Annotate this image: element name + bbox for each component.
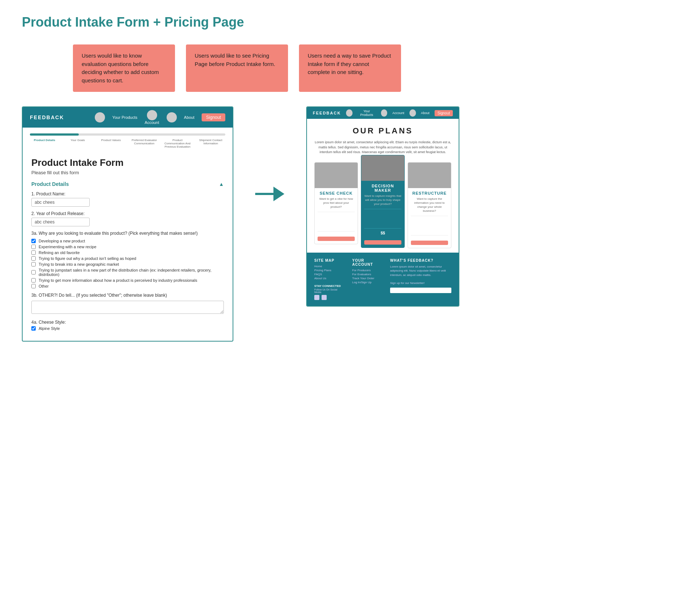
checkbox-other[interactable]: Other: [31, 284, 224, 288]
instagram-icon[interactable]: [314, 295, 319, 300]
checkbox-experimenting[interactable]: Experimenting with a new recipe: [31, 245, 224, 249]
checkbox-industry-input[interactable]: [31, 278, 36, 283]
pricing-card-sense-check: SENSE CHECK Want to get a vibe for how p…: [314, 162, 358, 245]
sense-check-divider2: [318, 231, 355, 231]
sense-check-body: SENSE CHECK Want to get a vibe for how p…: [315, 188, 358, 244]
section-collapse-icon[interactable]: ▲: [219, 181, 224, 187]
checkbox-alpine-input[interactable]: [31, 326, 36, 331]
progress-steps: Product Details Your Goals Product Value…: [30, 139, 225, 148]
checkbox-refining[interactable]: Refining an old favorite: [31, 250, 224, 255]
progress-step-5[interactable]: Product Communication And Previous Evalu…: [163, 139, 192, 148]
restructure-divider: [411, 216, 448, 216]
progress-step-1[interactable]: Product Details: [30, 139, 59, 148]
form-label-product-name: 1. Product Name:: [31, 191, 224, 196]
info-box-3: Users need a way to save Product Intake …: [299, 44, 401, 92]
footer-site-map-about[interactable]: About Us: [314, 277, 345, 280]
form-progress-area: Product Details Your Goals Product Value…: [23, 128, 233, 151]
pricing-navbar: FEEDBACK Your Products Account About Sig…: [307, 107, 459, 119]
form-nav-your-products[interactable]: Your Products: [112, 115, 137, 120]
form-signup-button[interactable]: Signout: [202, 113, 225, 121]
form-navbar: FEEDBACK Your Products Account About Sig…: [23, 107, 233, 128]
pricing-nav-your-products[interactable]: Your Products: [358, 109, 376, 117]
footer-track-order[interactable]: Track Your Order: [352, 277, 383, 280]
form-question-4a-label: 4a. Cheese Style:: [31, 320, 224, 325]
checkbox-other-input[interactable]: [31, 284, 36, 288]
direction-arrow: [255, 187, 284, 201]
checkbox-alpine-label: Alpine Style: [39, 326, 60, 331]
sense-check-cta-button[interactable]: [318, 237, 355, 241]
checkbox-jumpstart[interactable]: Trying to jumpstart sales in a new part …: [31, 268, 224, 277]
checkbox-alpine[interactable]: Alpine Style: [31, 326, 224, 331]
checkbox-industry-label: Trying to get more information about how…: [39, 278, 197, 283]
restructure-cta-button[interactable]: [411, 241, 448, 245]
footer-for-producers[interactable]: For Producers: [352, 269, 383, 272]
decision-maker-features: [364, 211, 401, 226]
form-input-product-name[interactable]: [31, 198, 90, 207]
checkbox-refining-label: Refining an old favorite: [39, 250, 80, 255]
checkbox-experimenting-input[interactable]: [31, 245, 36, 249]
checkbox-figure-out[interactable]: Trying to figure out why a product isn't…: [31, 256, 224, 261]
footer-site-map-home[interactable]: Home: [314, 265, 345, 268]
form-nav-about[interactable]: About: [184, 115, 195, 120]
form-navbar-avatar-your-products: [95, 112, 105, 122]
checkbox-figure-out-input[interactable]: [31, 256, 36, 261]
checkbox-geographic-input[interactable]: [31, 262, 36, 266]
checkbox-jumpstart-input[interactable]: [31, 270, 36, 274]
footer-site-map: SITE MAP Home Pricing Plans FAQS About U…: [314, 258, 345, 300]
pricing-mockup: FEEDBACK Your Products Account About Sig…: [306, 106, 459, 307]
decision-maker-body: DECISION MAKER Want to capture insights …: [361, 181, 404, 248]
pricing-signup-button[interactable]: Signout: [435, 110, 453, 116]
pricing-navbar-avatar-account: [381, 109, 388, 117]
form-textarea-3b[interactable]: [31, 301, 224, 314]
decision-maker-tagline: Want to capture insights that will allow…: [364, 194, 401, 206]
checkbox-figure-out-label: Trying to figure out why a product isn't…: [39, 256, 136, 261]
footer-your-account-title: YOUR ACCOUNT: [352, 258, 383, 266]
sense-check-features: [318, 214, 355, 229]
pricing-nav-account[interactable]: Account: [392, 111, 404, 115]
decision-maker-cta-button[interactable]: [364, 240, 401, 245]
sense-check-name: SENSE CHECK: [318, 191, 355, 195]
form-field-year: 2. Year of Product Release:: [31, 211, 224, 226]
checkbox-developing[interactable]: Developing a new product: [31, 239, 224, 243]
pricing-navbar-avatar-about: [409, 109, 416, 117]
footer-for-evaluators[interactable]: For Evaluators: [352, 273, 383, 276]
progress-step-6[interactable]: Shipment Contact Information: [196, 139, 225, 148]
restructure-tagline: Want to capture the information you need…: [411, 197, 448, 213]
decision-maker-divider: [364, 209, 401, 209]
form-input-year[interactable]: [31, 218, 90, 226]
pricing-navbar-avatar-your-products: [346, 109, 353, 117]
pricing-description: Lorem ipsum dolor sit amet, consectetur …: [314, 140, 451, 155]
page-title: Product Intake Form + Pricing Page: [0, 0, 700, 37]
form-nav-account[interactable]: Account: [145, 120, 159, 125]
form-section-title[interactable]: Product Details ▲: [31, 181, 224, 187]
form-question-3b: 3b. OTHER?! Do tell... (If you selected …: [31, 293, 224, 315]
footer-about-text: Lorem ipsum dolor sit amet, consectetur …: [390, 265, 451, 277]
checkbox-jumpstart-label: Trying to jumpstart sales in a new part …: [39, 268, 224, 277]
footer-your-account: YOUR ACCOUNT For Producers For Evaluator…: [352, 258, 383, 300]
footer-site-map-title: SITE MAP: [314, 258, 345, 262]
progress-step-3[interactable]: Product Values: [96, 139, 125, 148]
footer-newsletter-input[interactable]: [390, 288, 451, 293]
restructure-features: [411, 218, 448, 233]
footer-site-map-pricing[interactable]: Pricing Plans: [314, 269, 345, 272]
form-mockup: FEEDBACK Your Products Account About Sig…: [22, 106, 233, 342]
progress-step-2[interactable]: Your Goals: [63, 139, 92, 148]
checkbox-refining-input[interactable]: [31, 250, 36, 255]
pricing-nav-about[interactable]: About: [421, 111, 430, 115]
checkbox-geographic-label: Trying to break into a new geographic ma…: [39, 262, 119, 266]
info-box-2-text: Users would like to see Pricing Page bef…: [195, 52, 275, 67]
facebook-icon[interactable]: [322, 295, 327, 300]
info-box-1: Users would like to know evaluation ques…: [73, 44, 175, 92]
checkbox-developing-input[interactable]: [31, 239, 36, 243]
footer-site-map-faqs[interactable]: FAQS: [314, 273, 345, 276]
progress-bar-fill: [30, 133, 79, 136]
pricing-footer: SITE MAP Home Pricing Plans FAQS About U…: [307, 253, 459, 306]
progress-step-4[interactable]: Preferred Evaluator Communication: [130, 139, 159, 148]
form-question-3a: 3a. Why are you looking to evaluate this…: [31, 231, 224, 288]
pricing-card-decision-maker: DECISION MAKER Want to capture insights …: [361, 155, 405, 248]
footer-login-signup[interactable]: Log In/Sign Up: [352, 281, 383, 284]
checkbox-industry[interactable]: Trying to get more information about how…: [31, 278, 224, 283]
sense-check-divider: [318, 212, 355, 212]
form-nav-account-group: Account: [145, 110, 159, 125]
checkbox-geographic[interactable]: Trying to break into a new geographic ma…: [31, 262, 224, 266]
